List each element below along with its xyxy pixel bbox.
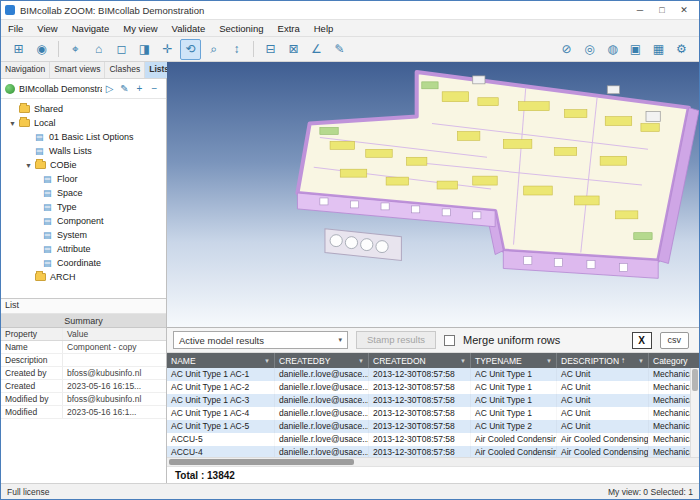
- table-row[interactable]: AC Unit Type 1 AC-2danielle.r.love@usace…: [167, 381, 699, 394]
- top-view-icon[interactable]: ◨: [134, 39, 155, 60]
- pan-tool-icon[interactable]: ✛: [157, 39, 178, 60]
- table-row[interactable]: AC Unit Type 1 AC-1danielle.r.love@usace…: [167, 368, 699, 381]
- 3d-viewport[interactable]: [167, 62, 699, 327]
- tree-item-component[interactable]: ▤ Component: [1, 214, 166, 228]
- tree-item-walls-lists[interactable]: ▤ Walls Lists: [1, 144, 166, 158]
- tree-item-floor[interactable]: ▤ Floor: [1, 172, 166, 186]
- selection-status: My view: 0 Selected: 1: [608, 487, 693, 497]
- expander-icon[interactable]: ▼: [9, 120, 19, 127]
- snapshot-tool-icon[interactable]: ▣: [625, 39, 646, 60]
- front-view-icon[interactable]: ◻: [111, 39, 132, 60]
- measure-tool-icon[interactable]: ∠: [306, 39, 327, 60]
- menu-navigate[interactable]: Navigate: [65, 23, 117, 34]
- merge-uniform-rows-checkbox[interactable]: [444, 335, 455, 346]
- tree-item-arch[interactable]: ARCH: [1, 270, 166, 284]
- project-bar: BIMcollab Demonstra... ▷ ✎ + −: [1, 79, 166, 99]
- list-panel-title: List: [1, 299, 166, 314]
- app-window: BIMcollab ZOOM: BIMcollab Demonstration …: [0, 0, 700, 500]
- section-plane-icon[interactable]: ⊟: [260, 39, 281, 60]
- menu-sectioning[interactable]: Sectioning: [212, 23, 270, 34]
- table-row[interactable]: AC Unit Type 1 AC-5danielle.r.love@usace…: [167, 420, 699, 433]
- transparency-tool-icon[interactable]: ◍: [602, 39, 623, 60]
- run-list-icon[interactable]: ▷: [102, 81, 117, 96]
- results-header-row: NAME▼ CREATEDBY▼ CREATEDON▼ TYPENAME▼ DE…: [167, 353, 699, 368]
- results-source-dropdown[interactable]: Active model results ▾: [173, 331, 348, 349]
- annotate-tool-icon[interactable]: ✎: [329, 39, 350, 60]
- tree-item-system[interactable]: ▤ System: [1, 228, 166, 242]
- toolbar-separator: [58, 41, 59, 57]
- tree-item-type[interactable]: ▤ Type: [1, 200, 166, 214]
- table-row[interactable]: ACCU-4danielle.r.love@usace...2013-12-30…: [167, 446, 699, 457]
- orbit-tool-icon[interactable]: ⟲: [180, 39, 201, 60]
- close-results-button[interactable]: X: [632, 332, 652, 349]
- scrollbar-thumb[interactable]: [692, 369, 698, 391]
- main-toolbar: ⊞ ◉ ⌖ ⌂ ◻ ◨ ✛ ⟲ ⌕ ↕ ⊟ ⊠ ∠ ✎ ⊘ ◎ ◍ ▣ ▦ ⚙: [1, 37, 699, 62]
- isolate-tool-icon[interactable]: ◎: [579, 39, 600, 60]
- tree-item-attribute[interactable]: ▤ Attribute: [1, 242, 166, 256]
- list-icon: ▤: [35, 132, 45, 142]
- tab-clashes[interactable]: Clashes: [105, 62, 145, 78]
- tree-item-cobie[interactable]: ▼ COBie: [1, 158, 166, 172]
- home-view-icon[interactable]: ⌂: [88, 39, 109, 60]
- column-header-typename[interactable]: TYPENAME▼: [471, 353, 557, 368]
- right-column: Active model results ▾ Stamp results Mer…: [167, 62, 699, 483]
- summary-column-headers: Property Value: [1, 328, 166, 341]
- section-box-icon[interactable]: ⊠: [283, 39, 304, 60]
- edit-list-icon[interactable]: ✎: [117, 81, 132, 96]
- table-row[interactable]: ACCU-5danielle.r.love@usace...2013-12-30…: [167, 433, 699, 446]
- menu-view[interactable]: View: [30, 23, 64, 34]
- select-tool-icon[interactable]: ⌖: [65, 39, 86, 60]
- tab-smart-views[interactable]: Smart views: [50, 62, 105, 78]
- menu-file[interactable]: File: [1, 23, 30, 34]
- viewpoint-sphere-icon[interactable]: ◉: [31, 39, 52, 60]
- list-view-icon[interactable]: ▦: [648, 39, 669, 60]
- results-grid: NAME▼ CREATEDBY▼ CREATEDON▼ TYPENAME▼ DE…: [167, 353, 699, 457]
- tree-item-local[interactable]: ▼ Local: [1, 116, 166, 130]
- stamp-results-button[interactable]: Stamp results: [356, 331, 436, 349]
- menu-validate[interactable]: Validate: [165, 23, 213, 34]
- menu-help[interactable]: Help: [307, 23, 341, 34]
- tree-item-basic-list-options[interactable]: ▤ 01 Basic List Options: [1, 130, 166, 144]
- export-csv-button[interactable]: csv: [660, 332, 690, 349]
- column-header-category[interactable]: Category▼: [649, 353, 699, 368]
- hide-tool-icon[interactable]: ⊘: [556, 39, 577, 60]
- settings-icon[interactable]: ⚙: [671, 39, 692, 60]
- filter-icon: ▼: [261, 358, 270, 364]
- filter-icon: ▼: [543, 358, 552, 364]
- tree-item-space[interactable]: ▤ Space: [1, 186, 166, 200]
- tree-item-coordinate[interactable]: ▤ Coordinate: [1, 256, 166, 270]
- vertical-scrollbar[interactable]: [690, 368, 699, 457]
- summary-row: Created 2023-05-16 16:15...: [1, 380, 166, 393]
- tree-item-shared[interactable]: Shared: [1, 102, 166, 116]
- 3d-model[interactable]: [167, 62, 699, 327]
- walk-mode-icon[interactable]: ↕: [226, 39, 247, 60]
- remove-list-icon[interactable]: −: [147, 81, 162, 96]
- results-toolbar: Active model results ▾ Stamp results Mer…: [167, 328, 699, 353]
- value-column-header[interactable]: Value: [63, 328, 166, 340]
- summary-row: Created by bfoss@kubusinfo.nl: [1, 367, 166, 380]
- toolbar-separator: [253, 41, 254, 57]
- expander-icon[interactable]: ▼: [25, 162, 35, 169]
- tab-navigation[interactable]: Navigation: [1, 62, 50, 78]
- column-header-name[interactable]: NAME▼: [167, 353, 275, 368]
- add-list-icon[interactable]: +: [132, 81, 147, 96]
- list-icon: ▤: [43, 258, 53, 268]
- summary-row: Description: [1, 354, 166, 367]
- open-model-icon[interactable]: ⊞: [8, 39, 29, 60]
- minimize-button[interactable]: ─: [629, 2, 651, 19]
- table-row[interactable]: AC Unit Type 1 AC-4danielle.r.love@usace…: [167, 407, 699, 420]
- filter-icon: ▼: [457, 358, 466, 364]
- menu-extra[interactable]: Extra: [271, 23, 307, 34]
- scrollbar-thumb[interactable]: [169, 459, 354, 465]
- table-row[interactable]: AC Unit Type 1 AC-3danielle.r.love@usace…: [167, 394, 699, 407]
- menu-my-view[interactable]: My view: [116, 23, 164, 34]
- column-header-createdby[interactable]: CREATEDBY▼: [275, 353, 369, 368]
- property-column-header[interactable]: Property: [1, 328, 63, 340]
- close-button[interactable]: ✕: [673, 2, 695, 19]
- column-header-createdon[interactable]: CREATEDON▼: [369, 353, 471, 368]
- zoom-tool-icon[interactable]: ⌕: [203, 39, 224, 60]
- horizontal-scrollbar[interactable]: [167, 457, 699, 466]
- column-header-description[interactable]: DESCRIPTION↑▼: [557, 353, 649, 368]
- app-icon: [5, 5, 15, 15]
- maximize-button[interactable]: □: [651, 2, 673, 19]
